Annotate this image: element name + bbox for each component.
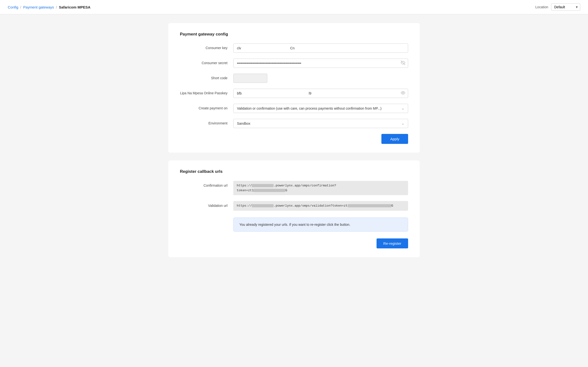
consumer-key-field — [233, 44, 408, 53]
location-area: Location Default US EU UK — [535, 3, 580, 11]
apply-row: Apply — [180, 134, 408, 144]
header: Config / Payment gateways / Safaricom MP… — [0, 0, 588, 14]
location-select[interactable]: Default US EU UK — [551, 3, 580, 11]
validation-url-row: Validation url https:// .powerlynx.app/s… — [180, 201, 408, 211]
environment-row: Environment Sandbox Production — [180, 119, 408, 128]
create-payment-label: Create payment on — [180, 106, 233, 111]
callback-section-title: Register callback urls — [180, 169, 408, 174]
validation-url-display: https:// .powerlynx.app/smps/validation?… — [233, 201, 408, 211]
lipa-label: Lipa Na Mpesa Online Passkey — [180, 91, 233, 96]
consumer-secret-row: Consumer secret — [180, 59, 408, 68]
location-label: Location — [535, 5, 548, 9]
lipa-row: Lipa Na Mpesa Online Passkey — [180, 89, 408, 98]
consumer-secret-input[interactable] — [233, 59, 408, 68]
apply-button[interactable]: Apply — [381, 134, 408, 144]
confirmation-url-display: https:// .powerlynx.app/smps/confirmatio… — [233, 181, 408, 195]
confirmation-url-row: Confirmation url https:// .powerlynx.app… — [180, 181, 408, 195]
create-payment-row: Create payment on Validation or confirma… — [180, 104, 408, 113]
breadcrumb-sep-2: / — [56, 5, 57, 9]
main-content: Payment gateway config Consumer key Cons… — [160, 14, 428, 266]
environment-field: Sandbox Production — [233, 119, 408, 128]
environment-select[interactable]: Sandbox Production — [233, 119, 408, 128]
breadcrumb-config-link[interactable]: Config — [8, 5, 18, 9]
consumer-key-label: Consumer key — [180, 46, 233, 51]
consumer-key-row: Consumer key — [180, 44, 408, 53]
info-box: You already registered your urls. If you… — [233, 218, 408, 232]
consumer-key-input[interactable] — [233, 44, 408, 53]
breadcrumb-sep-1: / — [20, 5, 21, 9]
lipa-field — [233, 89, 408, 98]
short-code-label: Short code — [180, 76, 233, 81]
reregister-button[interactable]: Re-register — [377, 238, 408, 248]
confirmation-url-label: Confirmation url — [180, 181, 233, 188]
payment-gateway-config-title: Payment gateway config — [180, 32, 408, 37]
create-payment-field: Validation or confirmation (use with car… — [233, 104, 408, 113]
reregister-row: Re-register — [180, 238, 408, 248]
short-code-row: Short code — [180, 74, 408, 83]
breadcrumb-current: Safaricom MPESA — [59, 5, 90, 9]
svg-point-1 — [403, 92, 404, 94]
lipa-eye-icon[interactable] — [401, 91, 405, 96]
location-select-wrapper: Default US EU UK — [551, 3, 580, 11]
short-code-input[interactable] — [233, 74, 267, 83]
short-code-field — [233, 74, 408, 83]
eye-icon[interactable] — [401, 61, 405, 66]
breadcrumb-payment-gateways-link[interactable]: Payment gateways — [23, 5, 54, 9]
create-payment-select[interactable]: Validation or confirmation (use with car… — [233, 104, 408, 113]
validation-url-label: Validation url — [180, 203, 233, 208]
breadcrumb: Config / Payment gateways / Safaricom MP… — [8, 5, 90, 9]
consumer-secret-field — [233, 59, 408, 68]
consumer-secret-label: Consumer secret — [180, 61, 233, 66]
callback-urls-section: Register callback urls Confirmation url … — [168, 160, 420, 257]
lipa-input[interactable] — [233, 89, 408, 98]
environment-label: Environment — [180, 121, 233, 126]
payment-gateway-config-section: Payment gateway config Consumer key Cons… — [168, 23, 420, 153]
